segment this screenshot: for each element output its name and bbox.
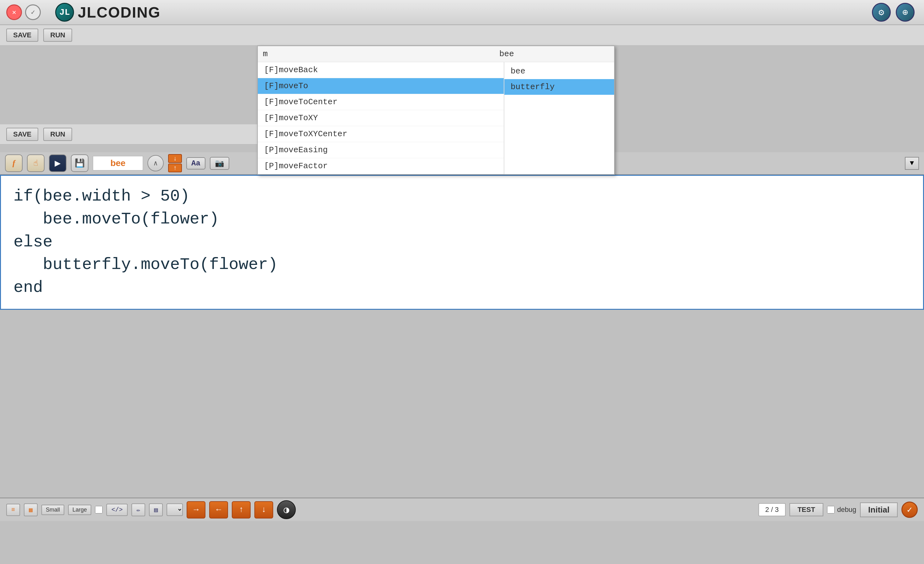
size-large-button[interactable]: Large: [68, 505, 91, 515]
dropdown-icon: ▼: [910, 159, 914, 167]
arrow-left-icon: ←: [216, 505, 221, 514]
close-button[interactable]: ✕: [6, 5, 22, 20]
nav-up-orange-button[interactable]: ↑: [168, 164, 182, 172]
window-controls: ✕ ✓: [6, 5, 41, 20]
code-section: f ☝ ▶ 💾 bee ∧ ↓ ↑ Aa 📷: [0, 152, 924, 498]
save-button-top[interactable]: SAVE: [6, 29, 38, 42]
test-button[interactable]: TEST: [789, 503, 824, 516]
autocomplete-left-header: m: [263, 49, 493, 59]
gesture-button[interactable]: ☝: [27, 155, 45, 172]
title-bar-right: ⚙ ⊕: [872, 3, 915, 22]
autocomplete-item-4[interactable]: [F]moveToXYCenter: [258, 126, 504, 142]
code-editor[interactable]: if(bee.width > 50) bee.moveTo(flower) el…: [0, 175, 924, 310]
edit-button[interactable]: ✏: [131, 504, 145, 516]
autocomplete-right-list: bee butterfly: [504, 62, 614, 174]
debug-checkbox[interactable]: [827, 506, 835, 513]
list-icon: ≡: [11, 506, 15, 513]
check-button[interactable]: ✓: [902, 502, 918, 518]
camera-icon: 📷: [215, 159, 224, 168]
initial-button[interactable]: Initial: [860, 502, 898, 517]
code-line-5: end: [14, 277, 910, 299]
logo-letter: JL: [59, 8, 70, 17]
autocomplete-columns: [F]moveBack [F]moveTo [F]moveToCenter [F…: [258, 62, 614, 174]
edit-icon: ✏: [136, 507, 140, 514]
autocomplete-right-header-text: bee: [500, 49, 514, 59]
code-line-2: bee.moveTo(flower): [14, 208, 910, 231]
autocomplete-item-3[interactable]: [F]moveToXY: [258, 110, 504, 126]
dropdown-select[interactable]: [166, 504, 183, 516]
autocomplete-item-2[interactable]: [F]moveToCenter: [258, 94, 504, 110]
autocomplete-item-6[interactable]: [P]moveFactor: [258, 158, 504, 174]
page-indicator: 2 / 3: [758, 503, 786, 516]
title-bar: ✕ ✓ JL JLCODING ⚙ ⊕: [0, 0, 924, 25]
sprite-name-label: bee: [93, 156, 143, 170]
arrow-right-icon: →: [194, 505, 198, 514]
arrow-down-icon: ↓: [261, 505, 266, 514]
table-icon: ▤: [154, 507, 158, 514]
autocomplete-item-5[interactable]: [P]moveEasing: [258, 142, 504, 158]
list-view-button[interactable]: ≡: [6, 504, 20, 516]
gear-icon: ⚙: [879, 7, 884, 18]
autocomplete-item-1[interactable]: [F]moveTo: [258, 78, 504, 94]
autocomplete-search-row: m bee: [258, 46, 614, 62]
gesture-icon: ☝: [33, 158, 38, 168]
checkbox-input[interactable]: [95, 506, 102, 513]
autocomplete-right-header: bee: [500, 49, 609, 59]
save-button-2[interactable]: SAVE: [6, 128, 38, 141]
nav-up-button[interactable]: ∧: [147, 155, 164, 171]
sliders-icon: ⊕: [902, 7, 908, 18]
font-size-button[interactable]: Aa: [186, 157, 206, 170]
play-icon: ▶: [55, 157, 60, 170]
nav-arrows-group: ↓ ↑: [168, 154, 182, 172]
save-disk-button[interactable]: 💾: [71, 155, 88, 172]
dropdown-button[interactable]: ▼: [905, 157, 919, 170]
autocomplete-search-input[interactable]: m: [263, 49, 268, 59]
debug-label: debug: [837, 505, 856, 514]
code-line-3: else: [14, 231, 910, 254]
top-toolbar: SAVE RUN: [0, 25, 924, 45]
autocomplete-right-item-1[interactable]: bee: [504, 62, 614, 79]
sliders-button[interactable]: ⊕: [896, 3, 915, 22]
size-small-button[interactable]: Small: [41, 505, 64, 515]
chevron-up-icon: ∧: [153, 159, 158, 168]
nav-right-button[interactable]: →: [187, 501, 206, 519]
code-line-1: if(bee.width > 50): [14, 185, 910, 208]
logo-icon: JL: [55, 3, 74, 22]
logo-area: JL JLCODING: [55, 3, 160, 22]
code-icon: </>: [111, 506, 123, 513]
settings-button[interactable]: ⚙: [872, 3, 891, 22]
save-disk-icon: 💾: [75, 158, 85, 168]
bottom-bar: ≡ ▦ Small Large </> ✏ ▤ → ← ↑ ↓ ◑ 2 / 3 …: [0, 498, 924, 521]
font-size-icon: Aa: [191, 159, 200, 168]
nav-down-orange-button[interactable]: ↓: [168, 154, 182, 163]
main-area: m bee [F]moveBack [F]moveTo [F]moveToCen…: [0, 45, 924, 498]
code-line-4: butterfly.moveTo(flower): [14, 254, 910, 277]
theme-icon: ◑: [284, 504, 289, 516]
run-button-top[interactable]: RUN: [43, 29, 72, 42]
close-icon: ✕: [12, 8, 16, 17]
code-view-button[interactable]: </>: [106, 504, 128, 516]
title-bar-left: ✕ ✓ JL JLCODING: [6, 3, 160, 22]
autocomplete-dropdown: m bee [F]moveBack [F]moveTo [F]moveToCen…: [257, 45, 615, 175]
function-button[interactable]: f: [5, 155, 22, 172]
second-toolbar: SAVE RUN: [0, 124, 264, 144]
nav-up2-button[interactable]: ↑: [232, 501, 250, 519]
app-title: JLCODING: [78, 4, 160, 21]
nav-left-button[interactable]: ←: [209, 501, 228, 519]
grid-icon: ▦: [29, 507, 33, 514]
nav-down2-button[interactable]: ↓: [254, 501, 273, 519]
table-button[interactable]: ▤: [149, 504, 163, 516]
autocomplete-item-0[interactable]: [F]moveBack: [258, 62, 504, 78]
minimize-button[interactable]: ✓: [25, 5, 41, 20]
function-icon: f: [12, 158, 15, 168]
theme-button[interactable]: ◑: [277, 500, 296, 519]
minimize-icon: ✓: [31, 8, 35, 17]
run-button-2[interactable]: RUN: [43, 128, 72, 141]
autocomplete-right-item-2[interactable]: butterfly: [504, 79, 614, 95]
check-icon: ✓: [907, 504, 912, 515]
debug-area: debug: [827, 505, 856, 514]
camera-button[interactable]: 📷: [210, 157, 229, 170]
play-button[interactable]: ▶: [49, 155, 66, 172]
grid-view-button[interactable]: ▦: [24, 504, 38, 516]
autocomplete-list: [F]moveBack [F]moveTo [F]moveToCenter [F…: [258, 62, 504, 174]
